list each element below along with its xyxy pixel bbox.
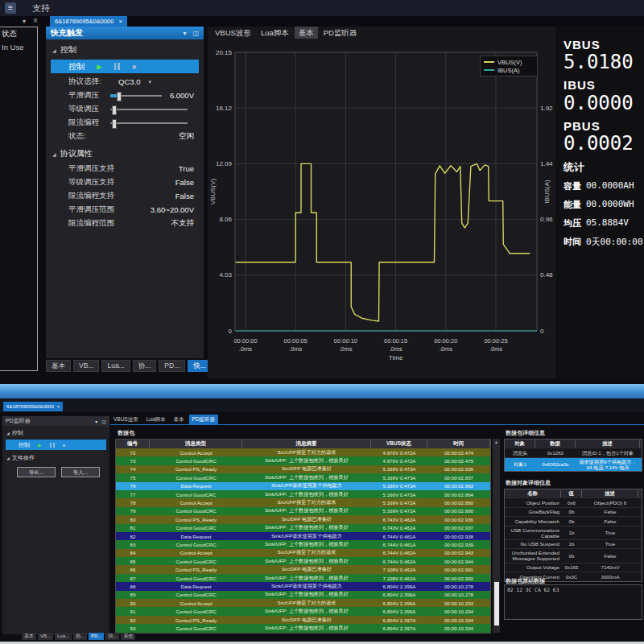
pin-icon[interactable]: ◫ bbox=[192, 30, 199, 37]
menu-bar: ≡ 支持 bbox=[0, 0, 644, 16]
slider-thumb[interactable] bbox=[112, 105, 117, 115]
packet-row[interactable]: 89Control GoodCRCSink/UFP: 上个数据包收到，校验良好6… bbox=[116, 591, 490, 599]
document-tab[interactable]: 6&18769095&0&0000 × bbox=[3, 402, 63, 411]
packet-row[interactable]: 75Control GoodCRCSink/UFP: 上个数据包收到，校验良好5… bbox=[116, 473, 490, 481]
packet-row[interactable]: 92Control PS_ReadySrc/DFP 电源已准备好6.804V 2… bbox=[116, 616, 490, 624]
tab-close-icon[interactable]: × bbox=[118, 16, 122, 27]
chevron-down-icon[interactable]: ▾ bbox=[148, 79, 151, 85]
chevron-down-icon[interactable]: ▾ bbox=[95, 419, 97, 424]
view-tab[interactable]: PD监听器 bbox=[320, 27, 361, 39]
packet-row[interactable]: 83Control GoodCRCSink/UFP: 上个数据包收到，校验良好6… bbox=[116, 540, 490, 548]
detail-row[interactable]: Output Voltage0x1657140mV bbox=[505, 563, 642, 572]
packet-row[interactable]: 76Data RequestSink/UFP请求使用某个供电能力5.166V 0… bbox=[116, 482, 490, 490]
view-tab[interactable]: Lua脚本 bbox=[257, 27, 293, 39]
packet-row[interactable]: 93Control GoodCRCSink/UFP: 上个数据包收到，校验良好6… bbox=[116, 624, 490, 632]
panel-tab[interactable]: VB... bbox=[73, 360, 99, 372]
packet-row[interactable]: 82Data RequestSink/UFP请求使用某个供电能力6.744V 0… bbox=[116, 532, 490, 540]
section-control[interactable]: ◢ 控制 bbox=[2, 426, 109, 439]
packet-row[interactable]: 77Control GoodCRCSink/UFP: 上个数据包收到，校验良好5… bbox=[116, 490, 490, 498]
panel-tab[interactable]: PD... bbox=[159, 360, 185, 372]
view-tab[interactable]: VBUS波形 bbox=[211, 27, 255, 39]
packet-row[interactable]: 91Control GoodCRCSink/UFP: 上个数据包收到，校验良好6… bbox=[116, 607, 490, 615]
pause-icon[interactable] bbox=[50, 443, 55, 448]
legend-label: IBUS(A) bbox=[497, 67, 520, 74]
import-button[interactable]: 导入... bbox=[61, 467, 100, 477]
detail-row[interactable]: Unchunked Extended Messages Supported0bF… bbox=[505, 548, 642, 562]
packet-row[interactable]: 78Control AcceptSrc/UFP接受了对方的请求5.169V 0.… bbox=[116, 498, 490, 506]
detail-row[interactable]: GiveBackFlag0bFalse bbox=[505, 507, 642, 517]
svg-text:.0ms: .0ms bbox=[239, 345, 253, 353]
packet-row[interactable]: 90Control AcceptSrc/UFP接受了对方的请求6.804V 2.… bbox=[116, 599, 490, 607]
menu-support[interactable]: 支持 bbox=[27, 2, 55, 15]
chevron-down-icon[interactable]: ▾ bbox=[183, 30, 186, 37]
packet-row[interactable]: 85Control GoodCRCSink/UFP: 上个数据包收到，校验良好6… bbox=[116, 557, 490, 565]
view-tab[interactable]: PD监听器 bbox=[189, 415, 219, 424]
panel-tab[interactable]: Lua... bbox=[101, 360, 130, 372]
close-icon[interactable]: × bbox=[33, 16, 38, 25]
svg-text:00:00:25: 00:00:25 bbox=[484, 337, 507, 345]
panel-tab[interactable]: PD... bbox=[89, 633, 104, 640]
control-row[interactable]: 控制 ▶ ■ bbox=[51, 60, 199, 73]
stop-icon[interactable]: ■ bbox=[63, 443, 66, 448]
panel-tab[interactable]: 协... bbox=[133, 360, 157, 372]
detail-row[interactable]: USB Communications Capable1bTrue bbox=[505, 526, 642, 539]
section-protocol-props[interactable]: ◢ 协议属性 bbox=[46, 143, 204, 162]
panel-tab[interactable]: 快... bbox=[105, 633, 119, 640]
packet-row[interactable]: 80Control PS_ReadySrc/DFP 电源已准备好6.743V 0… bbox=[116, 515, 490, 523]
chevron-down-icon[interactable]: ▾ bbox=[23, 18, 26, 25]
export-button[interactable]: 导出... bbox=[17, 467, 56, 477]
summary-label: 能量 bbox=[564, 199, 581, 211]
section-file-ops[interactable]: ◢ 文件操作 bbox=[2, 451, 109, 464]
panel-tab[interactable]: 协... bbox=[73, 633, 87, 640]
section-control[interactable]: ◢ 控制 bbox=[46, 39, 204, 58]
packet-row[interactable]: 73Control GoodCRCSink/UFP: 上个数据包收到，校验良好4… bbox=[116, 456, 490, 464]
scrollbar-thumb[interactable] bbox=[494, 582, 499, 625]
panel-tab[interactable]: Lua... bbox=[55, 633, 72, 640]
slider-thumb[interactable] bbox=[112, 119, 117, 129]
panel-tab[interactable]: 基本 bbox=[46, 360, 71, 372]
view-tab[interactable]: 基本 bbox=[171, 415, 188, 424]
view-tab[interactable]: Lua脚本 bbox=[143, 415, 169, 424]
packet-row[interactable]: 79Control GoodCRCSink/UFP: 上个数据包收到，校验良好5… bbox=[116, 507, 490, 515]
scroll-up-icon[interactable]: ▲ bbox=[493, 439, 500, 445]
packet-row[interactable]: 72Control AcceptSrc/UFP接受了对方的请求4.970V 0.… bbox=[116, 448, 490, 456]
packet-row[interactable]: 86Control PS_ReadySrc/DFP 电源已准备好7.108V 0… bbox=[116, 565, 490, 573]
document-tab-row: ▾ × 6&18769095&0&0000 × bbox=[0, 16, 644, 27]
prop-row: 平滑调压支持True bbox=[46, 162, 204, 175]
panel-tab[interactable]: 基本 bbox=[22, 633, 36, 640]
slider-thumb[interactable] bbox=[117, 92, 122, 101]
prop-label: 平滑调压范围 bbox=[68, 204, 114, 215]
detail-row[interactable]: Object Position0x6Object(PDO) 6 bbox=[505, 497, 642, 507]
detail-row[interactable]: Capability Mismatch0bFalse bbox=[505, 516, 642, 526]
panel-tab[interactable]: 系统 bbox=[121, 633, 135, 640]
stop-icon[interactable]: ■ bbox=[132, 63, 136, 71]
slider-track[interactable] bbox=[110, 95, 162, 97]
packet-row[interactable]: 87Control GoodCRCSink/UFP: 上个数据包收到，校验良好7… bbox=[116, 574, 490, 582]
packet-row[interactable]: 88Data RequestSink/UFP请求使用某个供电能力6.804V 2… bbox=[116, 582, 490, 590]
pause-icon[interactable] bbox=[114, 63, 120, 70]
pin-icon[interactable]: ◫ bbox=[101, 419, 106, 424]
detail-row[interactable]: No USB Suspend1bTrue bbox=[505, 539, 642, 549]
packet-row[interactable]: 74Control PS_ReadySrc/DFP 电源已准备好5.169V 0… bbox=[116, 465, 490, 473]
tab-close-icon[interactable]: × bbox=[57, 402, 60, 411]
play-icon[interactable]: ▶ bbox=[97, 63, 102, 71]
app-menu-icon[interactable]: ≡ bbox=[5, 2, 16, 14]
packet-row[interactable]: 84Control AcceptSrc/UFP接受了对方的请求6.744V 0.… bbox=[116, 549, 490, 557]
slider-track[interactable] bbox=[110, 109, 188, 110]
table-scrollbar[interactable]: ▲ bbox=[493, 439, 500, 633]
slider-track[interactable] bbox=[110, 122, 188, 124]
sidebar-item-in-use[interactable]: In Use bbox=[0, 41, 37, 53]
packet-row[interactable]: 81Control GoodCRCSink/UFP: 上个数据包收到，校验良好6… bbox=[116, 524, 490, 532]
protocol-select[interactable]: QC3.0 bbox=[118, 77, 140, 86]
separator-band bbox=[0, 384, 644, 398]
view-tab[interactable]: 基本 bbox=[295, 27, 318, 39]
detail-row[interactable]: 消息头0x1282消息ID:1，包含1个对象 bbox=[505, 448, 642, 457]
document-tab[interactable]: 6&18769095&0&0000 × bbox=[50, 16, 127, 27]
panel-tab[interactable]: VB... bbox=[38, 633, 53, 640]
ibus-value: 0.0000 bbox=[564, 93, 644, 114]
slider-row: 平滑调压6.000V bbox=[46, 89, 204, 102]
control-row[interactable]: 控制 ▶ ■ bbox=[6, 440, 106, 450]
detail-row[interactable]: 对象10x6362ca3c请求使用第6个供电能力，3A 电流 7.14V 电压 bbox=[505, 457, 642, 471]
play-icon[interactable]: ▶ bbox=[38, 442, 42, 448]
view-tab[interactable]: VBUS波形 bbox=[110, 415, 142, 424]
